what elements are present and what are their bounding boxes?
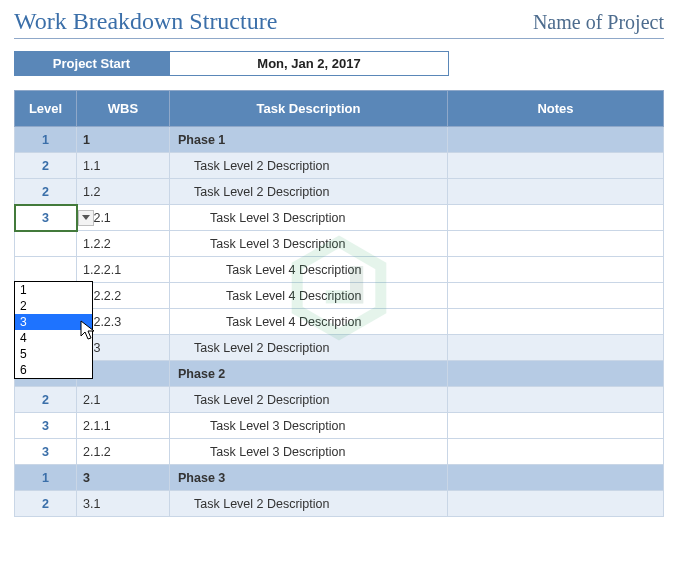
table-row: 22.1Task Level 2 Description: [15, 387, 664, 413]
desc-cell[interactable]: Task Level 3 Description: [170, 205, 448, 231]
notes-cell[interactable]: [448, 231, 664, 257]
wbs-cell[interactable]: 1.2.2: [77, 231, 170, 257]
level-cell[interactable]: 1: [15, 465, 77, 491]
desc-cell[interactable]: Task Level 4 Description: [170, 283, 448, 309]
dropdown-option[interactable]: 4: [15, 330, 92, 346]
notes-cell[interactable]: [448, 127, 664, 153]
desc-cell[interactable]: Phase 2: [170, 361, 448, 387]
notes-cell[interactable]: [448, 387, 664, 413]
desc-cell[interactable]: Task Level 4 Description: [170, 257, 448, 283]
table-row: 21.1Task Level 2 Description: [15, 153, 664, 179]
table-row: 11Phase 1: [15, 127, 664, 153]
wbs-cell[interactable]: 2.1.1: [77, 413, 170, 439]
level-cell[interactable]: 2: [15, 179, 77, 205]
notes-cell[interactable]: [448, 205, 664, 231]
dropdown-option[interactable]: 1: [15, 282, 92, 298]
notes-cell[interactable]: [448, 309, 664, 335]
notes-cell[interactable]: [448, 439, 664, 465]
notes-cell[interactable]: [448, 361, 664, 387]
desc-cell[interactable]: Task Level 3 Description: [170, 413, 448, 439]
table-header-row: Level WBS Task Description Notes: [15, 91, 664, 127]
col-desc: Task Description: [170, 91, 448, 127]
notes-cell[interactable]: [448, 335, 664, 361]
notes-cell[interactable]: [448, 465, 664, 491]
level-cell[interactable]: [15, 257, 77, 283]
project-start-label: Project Start: [14, 51, 169, 76]
wbs-cell[interactable]: 3.1: [77, 491, 170, 517]
wbs-cell[interactable]: 1.2.2.1: [77, 257, 170, 283]
desc-cell[interactable]: Phase 1: [170, 127, 448, 153]
level-cell[interactable]: 3: [15, 413, 77, 439]
notes-cell[interactable]: [448, 283, 664, 309]
notes-cell[interactable]: [448, 179, 664, 205]
wbs-table: Level WBS Task Description Notes 11Phase…: [14, 90, 664, 517]
table-row: 1.2.2.2Task Level 4 Description: [15, 283, 664, 309]
desc-cell[interactable]: Task Level 2 Description: [170, 491, 448, 517]
wbs-cell[interactable]: 3: [77, 465, 170, 491]
table-row: 32.1.2Task Level 3 Description: [15, 439, 664, 465]
wbs-cell[interactable]: 1.1: [77, 153, 170, 179]
desc-cell[interactable]: Phase 3: [170, 465, 448, 491]
table-row: 21.2Task Level 2 Description: [15, 179, 664, 205]
table-row: 21.3Task Level 2 Description: [15, 335, 664, 361]
level-cell[interactable]: [15, 231, 77, 257]
wbs-cell[interactable]: 2.1: [77, 387, 170, 413]
dropdown-option[interactable]: 6: [15, 362, 92, 378]
wbs-cell[interactable]: 1.2: [77, 179, 170, 205]
dropdown-option[interactable]: 3: [15, 314, 92, 330]
desc-cell[interactable]: Task Level 3 Description: [170, 231, 448, 257]
desc-cell[interactable]: Task Level 3 Description: [170, 439, 448, 465]
notes-cell[interactable]: [448, 413, 664, 439]
desc-cell[interactable]: Task Level 2 Description: [170, 335, 448, 361]
level-cell[interactable]: 2: [15, 153, 77, 179]
level-cell[interactable]: 3: [15, 205, 77, 231]
level-cell[interactable]: 2: [15, 491, 77, 517]
notes-cell[interactable]: [448, 491, 664, 517]
table-row: 32.1.1Task Level 3 Description: [15, 413, 664, 439]
desc-cell[interactable]: Task Level 4 Description: [170, 309, 448, 335]
desc-cell[interactable]: Task Level 2 Description: [170, 153, 448, 179]
level-cell[interactable]: 3: [15, 439, 77, 465]
table-row: 41.2.2.3Task Level 4 Description: [15, 309, 664, 335]
desc-cell[interactable]: Task Level 2 Description: [170, 179, 448, 205]
page-title: Work Breakdown Structure: [14, 8, 277, 35]
table-row: 31.2.1Task Level 3 Description: [15, 205, 664, 231]
table-row: 12Phase 2: [15, 361, 664, 387]
wbs-cell[interactable]: 2.1.2: [77, 439, 170, 465]
project-name: Name of Project: [533, 11, 664, 34]
col-wbs: WBS: [77, 91, 170, 127]
notes-cell[interactable]: [448, 257, 664, 283]
table-row: 1.2.2.1Task Level 4 Description: [15, 257, 664, 283]
table-row: 23.1Task Level 2 Description: [15, 491, 664, 517]
dropdown-option[interactable]: 5: [15, 346, 92, 362]
col-level: Level: [15, 91, 77, 127]
level-cell[interactable]: 1: [15, 127, 77, 153]
table-row: 13Phase 3: [15, 465, 664, 491]
table-row: 1.2.2Task Level 3 Description: [15, 231, 664, 257]
notes-cell[interactable]: [448, 153, 664, 179]
header: Work Breakdown Structure Name of Project: [14, 8, 664, 39]
level-dropdown[interactable]: 123456: [14, 281, 93, 379]
project-start-row: Project Start Mon, Jan 2, 2017: [14, 51, 664, 76]
dropdown-arrow-icon[interactable]: [78, 210, 94, 226]
project-start-value[interactable]: Mon, Jan 2, 2017: [169, 51, 449, 76]
dropdown-option[interactable]: 2: [15, 298, 92, 314]
wbs-cell[interactable]: 1: [77, 127, 170, 153]
col-notes: Notes: [448, 91, 664, 127]
level-cell[interactable]: 2: [15, 387, 77, 413]
desc-cell[interactable]: Task Level 2 Description: [170, 387, 448, 413]
